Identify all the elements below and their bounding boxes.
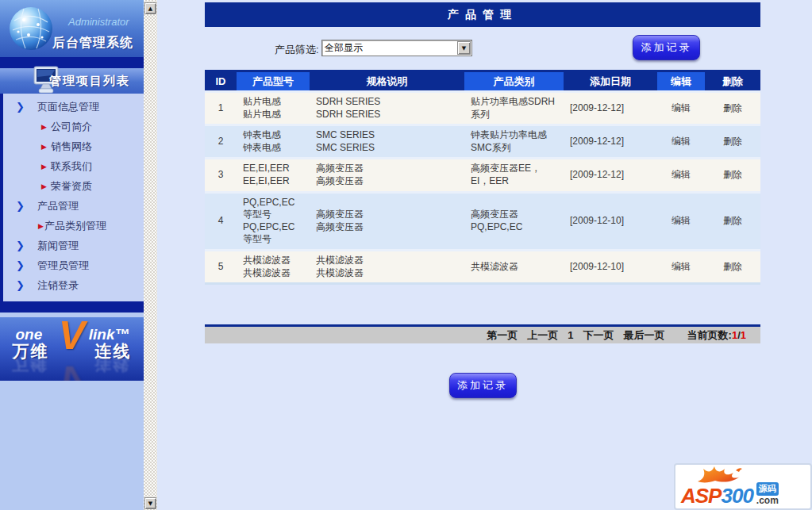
sidebar-item-page-info[interactable]: ❯ 页面信息管理 [3,97,144,117]
admin-app: Administrator 后台管理系统 管理项目列表 ❯ 页面信息管理 ▶ 公… [0,0,812,510]
table-row: 3 EE,EI,EER EE,EI,EER 高频变压器 高频变压器 高频变压器E… [205,159,760,192]
col-header-spec: 规格说明 [310,71,464,92]
edit-link[interactable]: 编辑 [657,250,705,283]
product-filter-label: 产品筛选: [275,43,319,57]
bottom-actions: 添加记录 [205,373,760,398]
table-row: 2 钟表电感 钟表电感 SMC SERIES SMC SERIES 钟表贴片功率… [205,125,760,159]
sidebar: Administrator 后台管理系统 管理项目列表 ❯ 页面信息管理 ▶ 公… [0,0,144,510]
flame-icon [696,466,752,483]
current-page-indicator: 当前页数:1/1 [687,328,746,343]
add-record-button-top[interactable]: 添加记录 [633,35,700,60]
sidebar-item-sales-network[interactable]: ▶ 销售网络 [3,136,144,156]
system-title: 后台管理系统 [52,35,133,52]
sidebar-item-product-management[interactable]: ❯ 产品管理 [3,196,144,216]
triangle-right-icon: ▶ [41,123,47,131]
globe-network-icon [6,3,56,54]
onelink-logo-reflection: 万维 连线 V [13,355,132,381]
edit-link[interactable]: 编辑 [657,192,705,250]
sidebar-item-company-profile[interactable]: ▶ 公司简介 [3,117,144,136]
page-title: 产品管理 [205,2,760,27]
table-row: 5 共模滤波器 共模滤波器 共模滤波器 共模滤波器 共模滤波器 [2009-12… [205,250,760,283]
next-page-link[interactable]: 下一页 [583,328,614,343]
edit-link[interactable]: 编辑 [657,159,705,192]
main-frame: 产品管理 产品筛选: 全部显示 ▼ 添加记录 ID 产品型号 [157,0,812,510]
scroll-up-button[interactable]: ▲ [144,2,156,14]
selected-filter-value: 全部显示 [322,40,457,56]
asp300-logo[interactable]: ASP300 源码 .com [674,463,812,510]
sidebar-divider [0,57,144,68]
delete-link[interactable]: 删除 [705,159,760,192]
sidebar-item-admin-management[interactable]: ❯ 管理员管理 [3,255,144,275]
dropdown-arrow-icon[interactable]: ▼ [457,41,471,55]
panel-title: 管理项目列表 [49,74,130,89]
filter-row: 产品筛选: 全部显示 ▼ 添加记录 [205,27,760,70]
sidebar-panel-header: 管理项目列表 [0,68,144,94]
delete-link[interactable]: 删除 [705,192,760,250]
chevron-right-icon: ❯ [16,279,25,291]
col-header-model: 产品型号 [237,71,310,92]
table-row: 4 PQ,EPC,EC等型号 PQ,EPC,EC等型号 高频变压器 高频变压器 … [205,192,760,250]
asp300-wordmark: ASP300 源码 .com [681,482,779,506]
col-header-date: 添加日期 [564,71,657,92]
chevron-right-icon: ❯ [16,200,25,212]
col-header-category: 产品类别 [464,71,564,92]
col-header-id: ID [205,71,237,92]
product-filter-select[interactable]: 全部显示 ▼ [321,40,472,56]
delete-link[interactable]: 删除 [705,250,760,283]
orange-v-mark: V [59,317,85,355]
sidebar-item-logout[interactable]: ❯ 注销登录 [3,275,144,295]
add-record-button-bottom[interactable]: 添加记录 [449,373,517,398]
delete-link[interactable]: 删除 [705,125,760,159]
page-number: 1 [568,329,573,341]
triangle-right-icon: ▶ [41,163,47,171]
product-table: ID 产品型号 规格说明 产品类别 添加日期 编辑 删除 1 贴片电感 贴片电感… [205,70,760,285]
chevron-right-icon: ❯ [16,240,25,251]
delete-link[interactable]: 删除 [705,92,760,125]
sidebar-item-news-management[interactable]: ❯ 新闻管理 [3,236,144,255]
chevron-right-icon: ❯ [16,259,25,271]
yuanma-badge: 源码 [756,482,779,496]
prev-page-link[interactable]: 上一页 [527,328,558,343]
triangle-right-icon: ▶ [41,182,47,190]
col-header-delete: 删除 [705,71,760,92]
sidebar-divider [0,301,144,313]
administrator-label: Administrator [68,16,129,28]
table-header-row: ID 产品型号 规格说明 产品类别 添加日期 编辑 删除 [205,71,760,92]
first-page-link[interactable]: 第一页 [487,328,518,343]
chevron-right-icon: ❯ [16,101,25,113]
sidebar-item-contact-us[interactable]: ▶ 联系我们 [3,156,144,176]
sidebar-menu: ❯ 页面信息管理 ▶ 公司简介 ▶ 销售网络 ▶ 联系我们 ▶ 荣誉资质 ❯ 产… [0,94,144,301]
triangle-right-icon: ▶ [41,143,47,151]
content-column: 产品管理 产品筛选: 全部显示 ▼ 添加记录 ID 产品型号 [205,0,760,398]
pagination-bar: 第一页 上一页 1 下一页 最后一页 当前页数:1/1 [205,324,760,343]
sidebar-header: Administrator 后台管理系统 [0,0,144,57]
triangle-right-icon: ▶ [38,222,44,230]
frame-scrollbar[interactable]: ▲ ▼ [144,0,157,510]
last-page-link[interactable]: 最后一页 [624,328,665,343]
sidebar-item-honors[interactable]: ▶ 荣誉资质 [3,176,144,196]
scroll-down-button[interactable]: ▼ [144,497,156,509]
table-row: 1 贴片电感 贴片电感 SDRH SERIES SDRH SERIES 贴片功率… [205,92,760,125]
sidebar-item-product-category-management[interactable]: ▶ 产品类别管理 [3,216,144,236]
edit-link[interactable]: 编辑 [657,125,705,159]
edit-link[interactable]: 编辑 [657,92,705,125]
sidebar-footer-area [0,381,144,510]
onelink-logo: one link™ V 万维 连线 万维 连线 V [0,317,144,381]
col-header-edit: 编辑 [657,71,705,92]
